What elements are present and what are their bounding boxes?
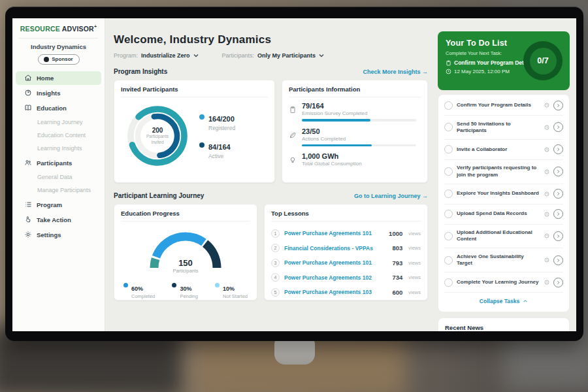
- lesson-row[interactable]: 5 Power Purchase Agreements 103 600 view…: [271, 285, 421, 300]
- lesson-link[interactable]: Power Purchase Agreements 101: [284, 230, 384, 237]
- stat-value: 23/50: [302, 127, 421, 135]
- stat-label: Emission Survey Completed: [302, 110, 421, 116]
- lesson-link[interactable]: Power Purchase Agreements 101: [284, 259, 387, 266]
- sidebar-item-learning-journey[interactable]: Learning Journey: [16, 116, 101, 129]
- sponsor-badge[interactable]: Sponsor: [38, 54, 80, 65]
- task-row-upload-spend-data[interactable]: Upload Spend Data Records: [444, 204, 563, 225]
- stat-label: Actions Completed: [302, 136, 421, 142]
- sidebar-item-learning-insights[interactable]: Learning Insights: [16, 142, 101, 155]
- task-checkbox[interactable]: [444, 123, 453, 131]
- task-open-button[interactable]: [553, 122, 563, 132]
- sidebar-item-education-content[interactable]: Education Content: [16, 129, 101, 142]
- task-open-button[interactable]: [553, 255, 563, 265]
- lesson-row[interactable]: 4 Power Purchase Agreements 102 734 view…: [271, 270, 421, 286]
- collapse-tasks-link[interactable]: Collapse Tasks: [444, 293, 563, 310]
- journey-cards-row: Education Progress 150 Participants: [114, 204, 428, 301]
- task-row-send-invitations[interactable]: Send 50 Invitations to Participants: [444, 116, 563, 140]
- sidebar-item-label: Insights: [37, 90, 60, 97]
- task-row-upload-educational-content[interactable]: Upload Additional Educational Content: [444, 225, 563, 249]
- filters-row: Program: Industrialize Zero Participants…: [114, 52, 428, 59]
- task-row-confirm-program[interactable]: Confirm Your Program Details: [444, 95, 563, 116]
- participants-filter[interactable]: Participants: Only My Participants: [222, 52, 325, 59]
- task-checkbox[interactable]: [444, 145, 453, 154]
- task-row-explore-insights[interactable]: Explore Your Insights Dashboard: [444, 184, 563, 204]
- task-open-button[interactable]: [553, 144, 563, 154]
- participants-information-card: Participants Information 79/164 Emission…: [282, 80, 428, 183]
- task-checkbox[interactable]: [444, 189, 453, 198]
- sidebar-item-home[interactable]: Home: [16, 71, 101, 85]
- task-open-button[interactable]: [553, 231, 563, 241]
- task-checkbox[interactable]: [444, 278, 453, 287]
- lesson-row[interactable]: 3 Power Purchase Agreements 101 793 view…: [271, 255, 421, 270]
- insights-cards-row: Invited Participants 200 Participants In…: [114, 80, 428, 183]
- dashboard-screen: RESOURCE ADVISOR+ Industry Dynamics Spon…: [12, 18, 576, 331]
- task-open-button[interactable]: [553, 189, 563, 199]
- task-checkbox[interactable]: [444, 256, 453, 265]
- clock-icon: [544, 191, 549, 197]
- sidebar-item-education[interactable]: Education: [16, 101, 101, 115]
- task-label: Upload Spend Data Records: [457, 210, 540, 217]
- task-row-verify-participants[interactable]: Verify participants requesting to join t…: [444, 160, 563, 184]
- lesson-link[interactable]: Power Purchase Agreements 103: [284, 289, 387, 295]
- legend-dot: [199, 114, 204, 120]
- task-row-achieve-target[interactable]: Achieve One Sustainability Target: [444, 248, 563, 272]
- rank-badge: 3: [271, 259, 280, 267]
- go-to-learning-journey-link[interactable]: Go to Learning Journey →: [354, 193, 428, 199]
- lesson-link[interactable]: Power Purchase Agreements 102: [284, 274, 387, 281]
- sidebar-item-label: Settings: [37, 231, 61, 238]
- legend-label: Registered: [208, 125, 235, 131]
- stat-global-consumption: 1,000 GWh Total Global Consumption: [289, 152, 421, 167]
- stat-label: Total Global Consumption: [302, 161, 421, 167]
- card-title: Top Lessons: [271, 210, 421, 221]
- task-label: Achieve One Sustainability Target: [457, 253, 540, 267]
- chevron-down-icon: [319, 54, 324, 57]
- task-checkbox[interactable]: [444, 232, 453, 240]
- legend-value: 84/164: [208, 143, 231, 151]
- legend-value: 10%: [223, 286, 235, 292]
- views-count: 734: [392, 274, 402, 281]
- sidebar-item-general-data[interactable]: General Data: [16, 171, 101, 184]
- collapse-tasks-label: Collapse Tasks: [480, 298, 519, 304]
- task-open-button[interactable]: [553, 278, 563, 287]
- insights-icon: [24, 89, 32, 97]
- task-label: Explore Your Insights Dashboard: [457, 190, 540, 197]
- sidebar-item-label: Learning Insights: [37, 145, 82, 152]
- task-checkbox[interactable]: [444, 167, 453, 176]
- task-row-complete-learning-journey[interactable]: Complete Your Learning Journey: [444, 272, 563, 293]
- sidebar-item-take-action[interactable]: Take Action: [16, 213, 101, 227]
- task-open-button[interactable]: [553, 209, 563, 219]
- lesson-row[interactable]: 2 Financial Considerations - VPPAs 803 v…: [271, 241, 421, 256]
- chevron-up-icon: [523, 299, 528, 304]
- task-list-card: Confirm Your Program Details Send 50 Inv…: [438, 94, 570, 312]
- task-label: Verify participants requesting to join t…: [457, 165, 540, 178]
- check-more-insights-link[interactable]: Check More Insights →: [363, 69, 428, 75]
- lesson-row[interactable]: 1 Power Purchase Agreements 101 1000 vie…: [271, 226, 421, 241]
- task-open-button[interactable]: [553, 101, 563, 110]
- task-checkbox[interactable]: [444, 101, 453, 110]
- participants-filter-label: Participants:: [222, 52, 255, 59]
- learning-journey-header: Participant Learning Journey Go to Learn…: [114, 192, 428, 199]
- task-row-invite-collaborator[interactable]: Invite a Collaborator: [444, 140, 563, 160]
- sidebar-item-label: Education Content: [37, 132, 86, 139]
- stat-emission-survey: 79/164 Emission Survey Completed: [289, 102, 421, 122]
- sidebar-item-program[interactable]: Program: [16, 198, 101, 212]
- gauge-center-value: 150: [145, 258, 226, 268]
- legend-value: 30%: [180, 286, 191, 292]
- donut-center-value: 200: [152, 127, 163, 134]
- chevron-down-icon: [193, 54, 199, 57]
- sidebar-item-participants[interactable]: Participants: [16, 156, 101, 170]
- program-filter[interactable]: Program: Industrialize Zero: [114, 52, 199, 59]
- bulb-icon: [289, 155, 297, 163]
- todo-next-task-label: Confirm Your Program Details: [454, 59, 533, 66]
- page-title: Welcome, Industry Dynamics: [114, 33, 428, 46]
- task-checkbox[interactable]: [444, 210, 453, 218]
- lesson-link[interactable]: Financial Considerations - VPPAs: [284, 245, 387, 252]
- task-label: Send 50 Invitations to Participants: [457, 121, 540, 135]
- task-open-button[interactable]: [553, 167, 563, 176]
- task-label: Confirm Your Program Details: [457, 102, 540, 108]
- sidebar-item-insights[interactable]: Insights: [16, 86, 101, 100]
- sidebar-item-manage-participants[interactable]: Manage Participants: [16, 184, 101, 197]
- card-title: Invited Participants: [121, 86, 268, 97]
- sidebar-item-settings[interactable]: Settings: [16, 228, 101, 242]
- rank-badge: 2: [271, 244, 280, 252]
